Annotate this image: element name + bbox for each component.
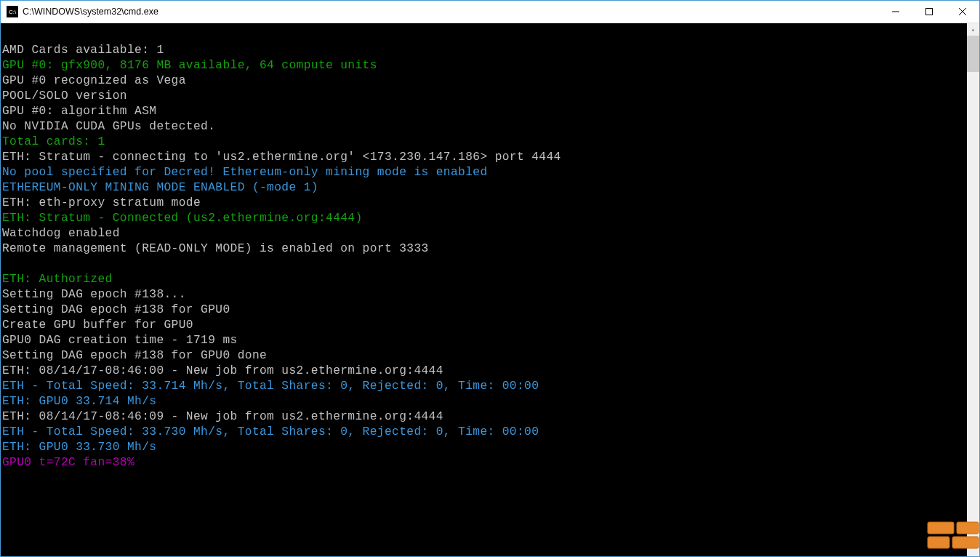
terminal-line: GPU0 DAG creation time - 1719 ms (2, 333, 965, 348)
terminal-line: ETH - Total Speed: 33.730 Mh/s, Total Sh… (2, 425, 965, 440)
close-button[interactable] (946, 1, 979, 23)
terminal-output[interactable]: AMD Cards available: 1GPU #0: gfx900, 81… (1, 23, 967, 556)
terminal-line (2, 28, 965, 43)
maximize-button[interactable] (912, 1, 946, 23)
scroll-up-arrow[interactable]: ▴ (967, 23, 979, 36)
terminal-line: ETH - Total Speed: 33.714 Mh/s, Total Sh… (2, 379, 965, 394)
terminal-line: ETH: Authorized (2, 272, 965, 287)
terminal-line: No NVIDIA CUDA GPUs detected. (2, 119, 965, 135)
terminal-line: ETHEREUM-ONLY MINING MODE ENABLED (-mode… (2, 180, 965, 196)
terminal-line: Setting DAG epoch #138 for GPU0 (2, 302, 965, 318)
titlebar[interactable]: C:\ C:\WINDOWS\system32\cmd.exe (1, 1, 979, 23)
terminal-line: ETH: eth-proxy stratum mode (2, 196, 965, 211)
terminal-line: Remote management (READ-ONLY MODE) is en… (2, 241, 965, 257)
terminal-area: AMD Cards available: 1GPU #0: gfx900, 81… (1, 23, 979, 556)
scrollbar[interactable]: ▴ (967, 23, 979, 556)
terminal-line: Setting DAG epoch #138... (2, 287, 965, 302)
terminal-line: ETH: Stratum - connecting to 'us2.etherm… (2, 150, 965, 165)
scroll-thumb[interactable] (967, 36, 979, 72)
terminal-line: ETH: 08/14/17-08:46:09 - New job from us… (2, 409, 965, 425)
terminal-line: ETH: 08/14/17-08:46:00 - New job from us… (2, 364, 965, 379)
terminal-line (2, 257, 965, 272)
terminal-line: Create GPU buffer for GPU0 (2, 318, 965, 333)
terminal-line: ETH: Stratum - Connected (us2.ethermine.… (2, 211, 965, 226)
terminal-line: ETH: GPU0 33.730 Mh/s (2, 440, 965, 455)
terminal-line: Watchdog enabled (2, 226, 965, 241)
terminal-line: No pool specified for Decred! Ethereum-o… (2, 165, 965, 180)
cmd-icon: C:\ (7, 6, 18, 17)
svg-rect-0 (926, 9, 933, 15)
terminal-line: AMD Cards available: 1 (2, 43, 965, 58)
window-controls (879, 1, 979, 23)
terminal-line: ETH: GPU0 33.714 Mh/s (2, 394, 965, 409)
terminal-line: POOL/SOLO version (2, 89, 965, 104)
cmd-window: C:\ C:\WINDOWS\system32\cmd.exe AMD Card… (0, 0, 980, 557)
terminal-line: GPU #0 recognized as Vega (2, 73, 965, 89)
window-title: C:\WINDOWS\system32\cmd.exe (23, 7, 879, 17)
terminal-line: Setting DAG epoch #138 for GPU0 done (2, 348, 965, 364)
minimize-button[interactable] (879, 1, 912, 23)
terminal-line: GPU0 t=72C fan=38% (2, 455, 965, 470)
terminal-line: GPU #0: gfx900, 8176 MB available, 64 co… (2, 58, 965, 73)
terminal-line: Total cards: 1 (2, 135, 965, 150)
terminal-line: GPU #0: algorithm ASM (2, 104, 965, 119)
